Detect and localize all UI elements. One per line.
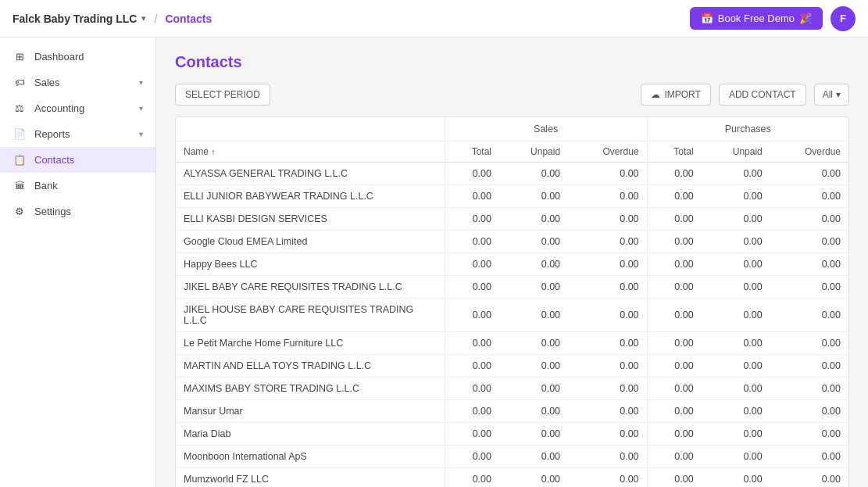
party-icon: 🎉 — [799, 13, 812, 24]
table-row[interactable]: MAXIMS BABY STORE TRADING L.L.C 0.00 0.0… — [176, 378, 848, 400]
contact-name: Mansur Umar — [176, 400, 445, 423]
contact-name: JIKEL HOUSE BABY CARE REQUISITES TRADING… — [176, 299, 445, 332]
sales-unpaid: 0.00 — [499, 185, 568, 208]
contact-name: Moonboon International ApS — [176, 446, 445, 468]
sales-overdue: 0.00 — [568, 208, 647, 231]
purchases-overdue: 0.00 — [770, 332, 848, 355]
contacts-table: Sales Purchases Name ↑ Total Unpaid Over… — [176, 117, 848, 487]
toolbar-right: ☁ IMPORT ADD CONTACT All ▾ — [641, 84, 849, 106]
tag-icon: 🏷 — [13, 77, 27, 88]
topbar: Falck Baby Trading LLC ▾ / Contacts 📅 Bo… — [0, 0, 868, 38]
breadcrumb-page: Contacts — [165, 13, 212, 25]
sales-unpaid: 0.00 — [499, 378, 568, 400]
sales-overdue: 0.00 — [568, 163, 647, 185]
sidebar-item-contacts[interactable]: 📋 Contacts — [0, 147, 155, 173]
table-row[interactable]: Moonboon International ApS 0.00 0.00 0.0… — [176, 446, 848, 468]
book-demo-button[interactable]: 📅 Book Free Demo 🎉 — [690, 7, 823, 30]
purchases-total: 0.00 — [647, 163, 702, 185]
purchases-group-header: Purchases — [647, 117, 848, 141]
brand-name[interactable]: Falck Baby Trading LLC — [13, 13, 137, 25]
contact-name: ELLI KASBI DESIGN SERVICES — [176, 208, 445, 231]
contact-name: Maria Diab — [176, 423, 445, 446]
col-purchases-total: Total — [647, 141, 702, 163]
contacts-icon: 📋 — [13, 154, 27, 166]
sales-total: 0.00 — [445, 299, 499, 332]
table-row[interactable]: Mansur Umar 0.00 0.00 0.00 0.00 0.00 0.0… — [176, 400, 848, 423]
contacts-table-wrapper: Sales Purchases Name ↑ Total Unpaid Over… — [175, 116, 849, 487]
table-row[interactable]: Mumzworld FZ LLC 0.00 0.00 0.00 0.00 0.0… — [176, 468, 848, 488]
table-row[interactable]: Happy Bees LLC 0.00 0.00 0.00 0.00 0.00 … — [176, 253, 848, 276]
bank-icon: 🏛 — [13, 180, 27, 192]
purchases-overdue: 0.00 — [770, 276, 848, 299]
purchases-total: 0.00 — [647, 299, 702, 332]
purchases-unpaid: 0.00 — [702, 355, 770, 378]
sidebar-item-accounting[interactable]: ⚖ Accounting ▾ — [0, 95, 155, 121]
sales-unpaid: 0.00 — [499, 332, 568, 355]
sidebar-item-bank[interactable]: 🏛 Bank — [0, 173, 155, 199]
main-content: Contacts SELECT PERIOD ☁ IMPORT ADD CONT… — [156, 38, 868, 487]
table-row[interactable]: ELLI JUNIOR BABYWEAR TRADING L.L.C 0.00 … — [176, 185, 848, 208]
purchases-unpaid: 0.00 — [702, 299, 770, 332]
sidebar-item-label: Bank — [34, 180, 143, 192]
brand-chevron-icon[interactable]: ▾ — [141, 13, 146, 23]
sales-unpaid: 0.00 — [499, 208, 568, 231]
sales-overdue: 0.00 — [568, 355, 647, 378]
avatar[interactable]: F — [830, 6, 855, 31]
sidebar-item-sales[interactable]: 🏷 Sales ▾ — [0, 70, 155, 95]
calendar-icon: 📅 — [701, 13, 713, 24]
table-row[interactable]: ALYASSA GENERAL TRADING L.L.C 0.00 0.00 … — [176, 163, 848, 185]
add-contact-button[interactable]: ADD CONTACT — [719, 84, 806, 106]
select-period-button[interactable]: SELECT PERIOD — [175, 84, 270, 106]
purchases-overdue: 0.00 — [770, 253, 848, 276]
sales-unpaid: 0.00 — [499, 468, 568, 488]
sales-overdue: 0.00 — [568, 423, 647, 446]
table-row[interactable]: JIKEL HOUSE BABY CARE REQUISITES TRADING… — [176, 299, 848, 332]
purchases-unpaid: 0.00 — [702, 378, 770, 400]
layout: ⊞ Dashboard 🏷 Sales ▾ ⚖ Accounting ▾ 📄 R… — [0, 38, 868, 487]
sidebar-item-dashboard[interactable]: ⊞ Dashboard — [0, 44, 155, 70]
purchases-total: 0.00 — [647, 468, 702, 488]
sales-total: 0.00 — [445, 468, 499, 488]
col-sales-overdue: Overdue — [568, 141, 647, 163]
sales-total: 0.00 — [445, 208, 499, 231]
chevron-down-icon: ▾ — [139, 104, 143, 113]
contact-name: Google Cloud EMEA Limited — [176, 231, 445, 253]
import-button[interactable]: ☁ IMPORT — [641, 84, 710, 106]
sidebar-item-reports[interactable]: 📄 Reports ▾ — [0, 121, 155, 147]
purchases-unpaid: 0.00 — [702, 276, 770, 299]
purchases-overdue: 0.00 — [770, 185, 848, 208]
sales-unpaid: 0.00 — [499, 400, 568, 423]
table-row[interactable]: Maria Diab 0.00 0.00 0.00 0.00 0.00 0.00 — [176, 423, 848, 446]
filter-all-button[interactable]: All ▾ — [814, 84, 849, 106]
table-row[interactable]: Le Petit Marche Home Furniture LLC 0.00 … — [176, 332, 848, 355]
table-row[interactable]: JIKEL BABY CARE REQUISITES TRADING L.L.C… — [176, 276, 848, 299]
purchases-total: 0.00 — [647, 276, 702, 299]
toolbar: SELECT PERIOD ☁ IMPORT ADD CONTACT All ▾ — [175, 84, 849, 106]
chevron-down-icon: ▾ — [139, 78, 143, 87]
table-row[interactable]: Google Cloud EMEA Limited 0.00 0.00 0.00… — [176, 231, 848, 253]
purchases-overdue: 0.00 — [770, 468, 848, 488]
sidebar-item-settings[interactable]: ⚙ Settings — [0, 199, 155, 224]
col-name-subheader[interactable]: Name ↑ — [176, 141, 445, 163]
sales-unpaid: 0.00 — [499, 276, 568, 299]
table-body: ALYASSA GENERAL TRADING L.L.C 0.00 0.00 … — [176, 163, 848, 488]
col-purchases-overdue: Overdue — [770, 141, 848, 163]
sales-overdue: 0.00 — [568, 446, 647, 468]
sort-asc-icon: ↑ — [211, 147, 216, 156]
sales-unpaid: 0.00 — [499, 163, 568, 185]
sales-total: 0.00 — [445, 446, 499, 468]
purchases-total: 0.00 — [647, 355, 702, 378]
table-row[interactable]: ELLI KASBI DESIGN SERVICES 0.00 0.00 0.0… — [176, 208, 848, 231]
sales-total: 0.00 — [445, 163, 499, 185]
sidebar-item-label: Sales — [34, 77, 131, 88]
import-label: IMPORT — [664, 89, 700, 100]
sales-overdue: 0.00 — [568, 299, 647, 332]
sales-total: 0.00 — [445, 400, 499, 423]
purchases-total: 0.00 — [647, 185, 702, 208]
table-row[interactable]: MARTIN AND ELLA TOYS TRADING L.L.C 0.00 … — [176, 355, 848, 378]
purchases-unpaid: 0.00 — [702, 231, 770, 253]
purchases-unpaid: 0.00 — [702, 185, 770, 208]
purchases-unpaid: 0.00 — [702, 423, 770, 446]
purchases-total: 0.00 — [647, 446, 702, 468]
topbar-left: Falck Baby Trading LLC ▾ / Contacts — [13, 13, 212, 25]
